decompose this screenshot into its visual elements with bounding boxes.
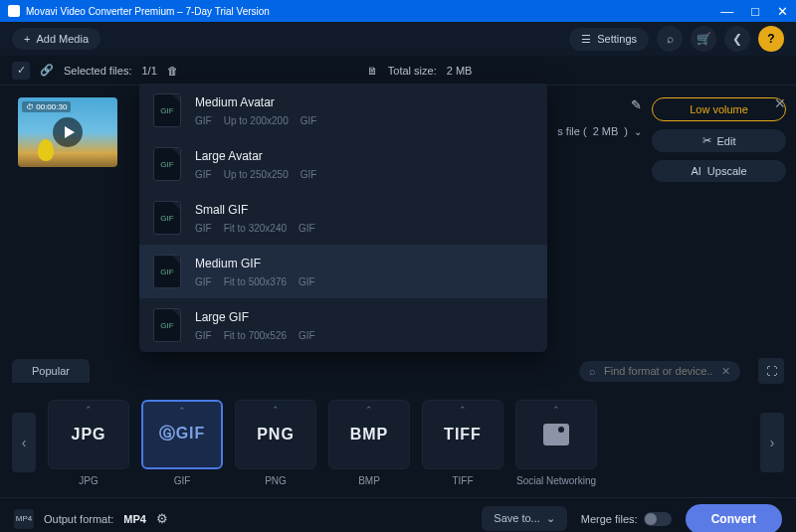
clear-search-button[interactable]: ✕ (721, 365, 730, 378)
selected-files-label: Selected files: (64, 65, 131, 77)
preset-dropdown: GIF Medium AvatarGIFUp to 200x200GIF GIF… (139, 84, 547, 352)
plus-icon: + (24, 33, 30, 45)
format-tile-social[interactable]: ⌃Social Networking (515, 400, 597, 486)
format-tabrow: Popular ⌕ ✕ ⛶ (0, 354, 796, 388)
cart-button[interactable]: 🛒 (691, 26, 716, 52)
maximize-button[interactable]: □ (751, 4, 759, 19)
search-icon: ⌕ (667, 32, 674, 46)
search-input[interactable] (604, 365, 713, 377)
format-tile-png[interactable]: ⌃PNGPNG (235, 400, 316, 486)
preset-item[interactable]: GIF Medium GIFGIFFit to 500x376GIF (139, 245, 547, 298)
preset-name: Small GIF (195, 203, 315, 217)
chevron-up-icon: ⌃ (272, 405, 280, 415)
output-format-value: MP4 (123, 513, 146, 525)
chevron-up-icon: ⌃ (365, 405, 373, 415)
convert-button[interactable]: Convert (686, 504, 782, 533)
save-to-button[interactable]: Save to...⌄ (482, 506, 566, 531)
content-area: ✓ ⏱ 00:00:30 ✎ s file (2 MB) ⌄ ✕ Low vol… (0, 86, 796, 354)
compress-info[interactable]: s file (2 MB) ⌄ (557, 125, 642, 137)
help-icon: ? (767, 32, 774, 46)
close-button[interactable]: ✕ (777, 4, 788, 19)
remove-file-button[interactable]: ✕ (774, 95, 786, 111)
statusbar: ✓ 🔗 Selected files: 1/1 🗑 🗎 Total size: … (0, 56, 796, 86)
format-tile-gif[interactable]: ⌃ⒼGIFGIF (141, 400, 223, 486)
chevron-up-icon: ⌃ (459, 405, 467, 415)
duration-badge: ⏱ 00:00:30 (22, 101, 71, 112)
select-all-checkbox[interactable]: ✓ (12, 62, 30, 80)
settings-label: Settings (597, 33, 637, 45)
selected-files-count: 1/1 (141, 65, 156, 77)
trash-icon[interactable]: 🗑 (167, 65, 178, 77)
file-icon: 🗎 (367, 65, 378, 77)
add-media-label: Add Media (36, 33, 89, 45)
gif-file-icon: GIF (153, 308, 181, 342)
titlebar: Movavi Video Converter Premium – 7-Day T… (0, 0, 796, 22)
balloon-graphic (38, 139, 54, 161)
output-format-icon: MP4 (14, 509, 34, 529)
file-actions-panel: ✕ Low volume ✂Edit AIUpscale (652, 97, 786, 182)
clock-icon: ⏱ (26, 102, 34, 111)
toggle-switch[interactable] (644, 512, 672, 526)
preset-name: Large Avatar (195, 149, 316, 163)
preset-name: Medium GIF (195, 257, 315, 270)
edit-button[interactable]: ✂Edit (652, 129, 786, 152)
add-media-button[interactable]: + Add Media (12, 28, 100, 50)
share-button[interactable]: ❮ (724, 26, 750, 52)
camera-icon (543, 424, 569, 445)
search-icon: ⌕ (589, 365, 596, 377)
chevron-up-icon: ⌃ (552, 405, 560, 415)
gif-file-icon: GIF (153, 201, 181, 235)
chevron-down-icon[interactable]: ⌄ (634, 126, 642, 137)
pencil-icon[interactable]: ✎ (631, 97, 642, 112)
link-icon: 🔗 (40, 64, 54, 77)
minimize-button[interactable]: — (720, 4, 733, 19)
expand-icon: ⛶ (766, 365, 777, 377)
preset-item[interactable]: GIF Small GIFGIFFit to 320x240GIF (139, 191, 547, 245)
gif-file-icon: GIF (153, 255, 181, 288)
preset-name: Large GIF (195, 310, 315, 324)
low-volume-button[interactable]: Low volume (652, 97, 786, 121)
preset-name: Medium Avatar (195, 95, 316, 109)
share-icon: ❮ (732, 32, 742, 46)
app-logo-icon (8, 5, 20, 17)
footer: MP4 Output format: MP4 ⚙ Save to...⌄ Mer… (0, 497, 796, 532)
format-search[interactable]: ⌕ ✕ (579, 361, 740, 382)
chevron-up-icon: ⌃ (85, 405, 93, 415)
help-button[interactable]: ? (758, 26, 784, 52)
preset-item[interactable]: GIF Large AvatarGIFUp to 250x250GIF (139, 137, 547, 191)
expand-button[interactable]: ⛶ (758, 358, 784, 384)
carousel-next-button[interactable]: › (760, 413, 784, 472)
preset-item[interactable]: GIF Medium AvatarGIFUp to 200x200GIF (139, 84, 547, 137)
chevron-down-icon: ⌄ (546, 512, 555, 525)
total-size-label: Total size: (388, 65, 437, 77)
chevron-up-icon: ⌃ (178, 406, 186, 416)
window-title: Movavi Video Converter Premium – 7-Day T… (26, 6, 270, 17)
output-format-label: Output format: (44, 513, 113, 525)
total-size-value: 2 MB (447, 65, 473, 77)
gif-file-icon: GIF (153, 93, 181, 127)
format-tile-bmp[interactable]: ⌃BMPBMP (328, 400, 410, 486)
scissors-icon: ✂ (702, 134, 711, 147)
ai-icon: AI (691, 165, 700, 177)
format-tile-jpg[interactable]: ⌃JPGJPG (48, 400, 129, 486)
sliders-icon: ☰ (581, 33, 591, 46)
upscale-button[interactable]: AIUpscale (652, 160, 786, 182)
format-carousel: ‹ ⌃JPGJPG ⌃ⒼGIFGIF ⌃PNGPNG ⌃BMPBMP ⌃TIFF… (0, 388, 796, 497)
merge-files-toggle[interactable]: Merge files: (581, 512, 672, 526)
tab-popular[interactable]: Popular (12, 359, 90, 383)
carousel-prev-button[interactable]: ‹ (12, 413, 36, 472)
gif-file-icon: GIF (153, 147, 181, 181)
format-tile-tiff[interactable]: ⌃TIFFTIFF (422, 400, 503, 486)
search-button[interactable]: ⌕ (657, 26, 683, 52)
output-settings-button[interactable]: ⚙ (156, 511, 168, 526)
preset-item[interactable]: GIF Large GIFGIFFit to 700x526GIF (139, 298, 547, 352)
main-toolbar: + Add Media ☰ Settings ⌕ 🛒 ❮ ? (0, 22, 796, 56)
settings-button[interactable]: ☰ Settings (569, 28, 649, 51)
video-thumbnail[interactable]: ✓ ⏱ 00:00:30 (18, 97, 117, 167)
cart-icon: 🛒 (696, 32, 711, 46)
play-button[interactable] (53, 117, 83, 147)
